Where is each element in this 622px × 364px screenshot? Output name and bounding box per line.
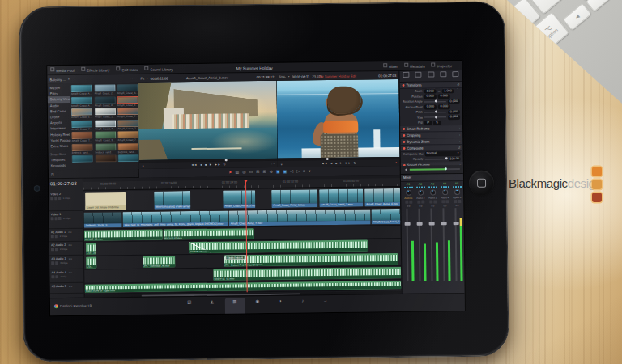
media-clip-thumbnail[interactable]: Amalfi_Coast_T... (71, 132, 92, 142)
track-header-audio1[interactable]: A1 Audio 1 2.0 2 Clips (49, 230, 84, 243)
reset-icon[interactable]: ↺ (458, 146, 460, 150)
transport-button[interactable]: ◄ (199, 162, 202, 168)
solo-icon[interactable] (55, 275, 58, 278)
flip-horizontal-button[interactable]: ⇄ (424, 121, 432, 125)
inspector-tab[interactable]: Video (399, 71, 412, 82)
enable-icon[interactable] (54, 197, 58, 200)
enable-dot[interactable] (403, 146, 405, 149)
pan-knob[interactable] (442, 189, 448, 195)
transport-button[interactable]: ► (339, 160, 343, 167)
media-clip-thumbnail[interactable]: Amalfi_Coast_7... (117, 119, 138, 129)
track-header-audio4[interactable]: A4 Audio 4 2.0 1 Clip (49, 270, 84, 284)
media-clip-thumbnail[interactable]: Bedrock_rand... (117, 142, 138, 153)
bin-item[interactable]: Balcony View (48, 96, 70, 103)
enable-dot[interactable] (403, 127, 405, 129)
toolbar-icon[interactable]: ≡ (303, 167, 305, 176)
toolbar-icon[interactable]: ▥ (235, 167, 239, 176)
fader-handle[interactable] (441, 222, 446, 225)
arrow-left-key[interactable]: ◀ (563, 3, 592, 31)
video-clip[interactable]: Amalfi_Coast_Aerial_5.mov (223, 190, 255, 208)
audio-clip[interactable]: Classic Swoope...JFK - Distant Prop Jet … (224, 253, 398, 267)
audio-clip[interactable]: Music Score for Trailer.mov (85, 281, 402, 293)
channel-fader[interactable] (439, 208, 451, 282)
solo-icon[interactable] (54, 248, 58, 251)
timeline-gang-icon[interactable]: ▾ (281, 162, 283, 166)
channel-fader[interactable] (415, 209, 427, 283)
video-clip[interactable]: Amalfi_Coast_Aerial_7.mov (228, 209, 370, 226)
lock-icon[interactable] (51, 217, 54, 220)
track-header-video2[interactable]: Video 2 6 Clips (49, 192, 83, 212)
page-button[interactable]: ◭ Cut (202, 298, 222, 316)
toolbar-icon[interactable]: ⊞ (262, 167, 266, 176)
media-clip-thumbnail[interactable]: Amalfi_Coast_A... (71, 85, 92, 95)
enable-dot[interactable] (403, 140, 405, 142)
channel-fader[interactable] (403, 209, 415, 283)
toolbar-icon[interactable]: ◎ (242, 167, 246, 176)
toolbar-icon[interactable]: ▷ (296, 167, 300, 176)
video-clip[interactable]: Sailboats, Yacht, S... (83, 212, 121, 228)
title-clip[interactable]: Lower 3rd Simple Underline (85, 192, 126, 210)
home-button[interactable] (469, 171, 494, 196)
zoom-x-field[interactable]: 1.000 (424, 89, 437, 94)
audio-clip[interactable]: MVI102_01.mov (84, 230, 163, 241)
toolbar-icon[interactable]: ▾ (309, 167, 311, 176)
media-clip-thumbnail[interactable]: Bedrock_rand... (95, 143, 116, 154)
anchor-x-field[interactable]: 0.000 (424, 104, 437, 109)
channel-fader[interactable] (427, 208, 439, 282)
media-clip-thumbnail[interactable]: Amalfi_Coast_A... (71, 96, 92, 107)
channel-fader[interactable] (451, 208, 463, 282)
video-clip[interactable]: Amalfi_Coast_Aerial_4.mov (364, 188, 400, 207)
video-clip[interactable]: Amalfi_Coast_Aerial_2.mov (371, 209, 400, 224)
transport-button[interactable]: ► (209, 162, 212, 168)
pan-knob[interactable] (430, 189, 436, 195)
video-clip[interactable]: Mountains along a lake aerial by Kiona.m… (154, 191, 190, 210)
media-clip-thumbnail[interactable]: Amalfi_Coast_5... (71, 108, 92, 119)
media-clip-thumbnail[interactable] (118, 154, 139, 162)
mute-icon[interactable] (51, 235, 54, 238)
enable-dot[interactable] (403, 133, 405, 136)
lock-icon[interactable] (50, 197, 53, 200)
media-clip-thumbnail[interactable]: Amalfi_Coast_7... (117, 131, 138, 142)
solo-button[interactable] (445, 200, 449, 203)
page-button[interactable]: ▦ Edit (224, 298, 245, 315)
mute-icon[interactable] (51, 275, 54, 278)
transport-button[interactable]: ■ (335, 160, 337, 167)
pitch-field[interactable]: 0.000 (448, 110, 460, 115)
media-clip-thumbnail[interactable]: Amalfi_Coast_T... (95, 120, 116, 130)
timeline-viewer[interactable] (276, 79, 400, 159)
transport-button[interactable]: ↻ (354, 160, 356, 167)
page-button[interactable]: ▤ Media (179, 298, 199, 315)
smart-bin-item[interactable]: Keywords (49, 163, 71, 169)
solo-icon[interactable] (54, 235, 58, 238)
fader-handle[interactable] (453, 222, 458, 225)
fader-handle[interactable] (404, 222, 410, 226)
auto-select-icon[interactable] (58, 217, 62, 220)
media-clip-thumbnail[interactable]: Amalfi_Coast_7... (117, 108, 138, 118)
volume-slider[interactable] (410, 168, 460, 170)
media-clip-thumbnail[interactable]: Amalfi_Coast_2... (94, 84, 115, 95)
rotation-slider[interactable] (424, 101, 446, 102)
bin-item[interactable]: Extra Shots (48, 143, 70, 150)
track-header-audio2[interactable]: A2 Audio 2 2.0 2 Clips (49, 243, 84, 256)
transport-button[interactable]: ►► (215, 162, 221, 168)
solo-button[interactable] (433, 200, 437, 203)
enable-icon[interactable] (54, 217, 58, 220)
mute-icon[interactable] (51, 248, 54, 251)
anchor-y-field[interactable]: 0.000 (438, 104, 450, 109)
transport-button[interactable]: ↻ (224, 162, 226, 168)
audio-clip[interactable]: JOLTAE 03.wav (189, 239, 368, 253)
flip-vertical-button[interactable]: ⇅ (433, 121, 441, 125)
toolbar-icon[interactable]: ⊕ (270, 167, 273, 176)
media-pool-options-icon[interactable]: ··· (130, 76, 135, 80)
mute-button[interactable] (417, 201, 420, 204)
opacity-slider[interactable] (425, 159, 447, 159)
page-button[interactable]: ◉ Fusion (247, 298, 267, 315)
arrow-down-key[interactable]: ▼ (586, 0, 614, 12)
audio-clip[interactable]: LTA... (86, 257, 96, 269)
pan-knob[interactable] (454, 189, 460, 195)
mute-icon[interactable] (51, 261, 54, 265)
track-header-audio3[interactable]: A3 Audio 3 2.0 3 Clips (49, 256, 84, 270)
transport-button[interactable]: ◄◄ (191, 162, 198, 168)
video-clip[interactable]: Amalfi_Coast_Aerial_6.mov (271, 189, 317, 208)
toolbar-icon[interactable]: ➤ (228, 167, 232, 176)
